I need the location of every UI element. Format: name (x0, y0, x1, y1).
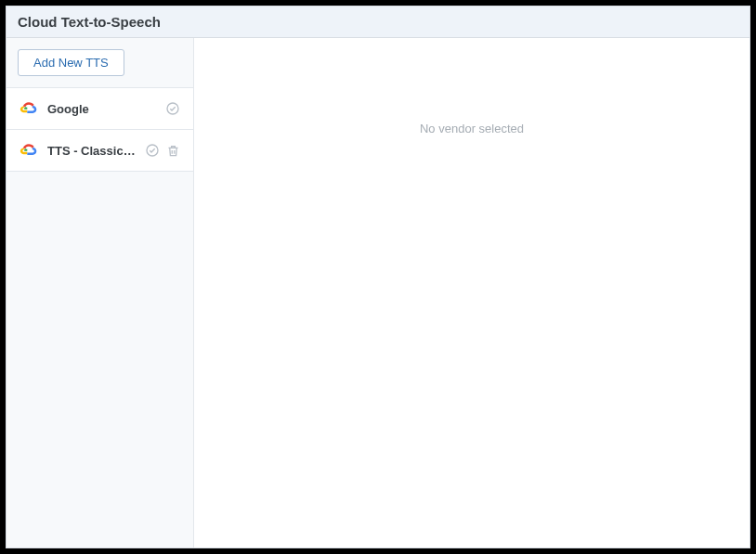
sidebar: Add New TTS Google (7, 38, 194, 548)
vendor-list: Google (7, 88, 193, 172)
main-panel: No vendor selected (194, 38, 749, 548)
page-title: Cloud Text-to-Speech (18, 14, 738, 30)
google-cloud-icon (20, 141, 38, 160)
check-circle-icon[interactable] (165, 101, 180, 116)
svg-point-0 (167, 103, 178, 114)
sidebar-toolbar: Add New TTS (7, 38, 193, 88)
vendor-label: TTS - Classics ... (47, 144, 136, 158)
vendor-actions (165, 101, 180, 116)
svg-point-1 (147, 145, 158, 156)
empty-state-message: No vendor selected (420, 122, 524, 135)
trash-icon[interactable] (165, 143, 180, 158)
vendor-actions (145, 143, 180, 158)
add-new-tts-button[interactable]: Add New TTS (18, 49, 124, 76)
header-bar: Cloud Text-to-Speech (7, 6, 749, 38)
app-body: Add New TTS Google (7, 38, 749, 548)
google-cloud-icon (20, 99, 38, 118)
check-circle-icon[interactable] (145, 143, 160, 158)
vendor-label: Google (47, 102, 156, 116)
vendor-item-google[interactable]: Google (7, 88, 193, 130)
vendor-item-tts-classics[interactable]: TTS - Classics ... (7, 130, 193, 172)
app-window: Cloud Text-to-Speech Add New TTS (6, 6, 750, 548)
